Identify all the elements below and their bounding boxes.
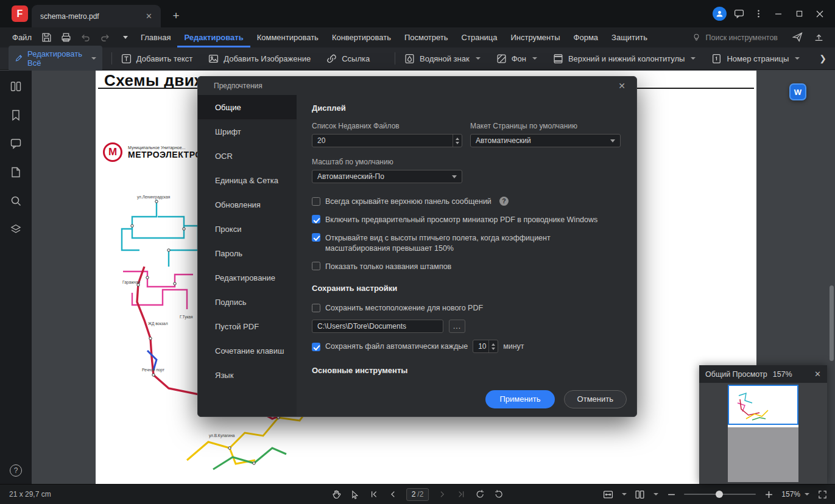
nav-language[interactable]: Язык <box>198 363 297 387</box>
user-icon <box>713 7 727 21</box>
attachments-panel-icon[interactable] <box>10 166 22 178</box>
menu-edit[interactable]: Редактировать <box>177 27 250 47</box>
cancel-button[interactable]: Отменить <box>564 390 627 408</box>
tool-search[interactable]: Поиск инструментов <box>692 27 792 47</box>
bookmarks-panel-icon[interactable] <box>10 109 22 121</box>
undo-icon[interactable] <box>80 32 91 43</box>
menu-page[interactable]: Страница <box>455 27 504 47</box>
menu-protect[interactable]: Защитить <box>605 27 654 47</box>
print-icon[interactable] <box>61 32 72 43</box>
svg-text:ул.В.Кулагина: ул.В.Кулагина <box>209 433 235 438</box>
feedback-icon[interactable] <box>729 0 749 27</box>
hand-tool-icon[interactable] <box>331 489 342 500</box>
help-icon[interactable]: ? <box>499 197 509 206</box>
nav-shortcuts[interactable]: Сочетание клавиш <box>198 338 297 363</box>
spinner-control[interactable] <box>453 135 462 147</box>
search-panel-icon[interactable] <box>10 195 22 207</box>
redo-icon[interactable] <box>100 32 111 43</box>
menu-home[interactable]: Главная <box>134 27 177 47</box>
select-tool-icon[interactable] <box>350 489 361 500</box>
chevron-down-icon[interactable] <box>654 493 658 495</box>
maximize-button[interactable] <box>789 0 809 27</box>
rotate-right-icon[interactable] <box>493 489 504 500</box>
zoom-percentage[interactable]: 157% <box>781 490 809 499</box>
menu-convert[interactable]: Конвертировать <box>325 27 398 47</box>
menu-form[interactable]: Форма <box>567 27 605 47</box>
page-number-box[interactable]: 2 /2 <box>406 488 429 501</box>
zoom-slider-thumb[interactable] <box>716 491 723 498</box>
page-layout-select[interactable]: Автоматический <box>470 134 621 147</box>
hide-message-bar-checkbox[interactable] <box>312 197 320 206</box>
last-page-icon[interactable] <box>456 489 467 500</box>
page-thumbnail[interactable] <box>728 385 798 482</box>
minimize-button[interactable] <box>768 0 789 27</box>
new-tab-button[interactable]: + <box>168 8 184 24</box>
upload-cloud-icon[interactable] <box>814 32 824 44</box>
nav-font[interactable]: Шрифт <box>198 119 297 144</box>
save-path-input[interactable] <box>312 320 443 333</box>
tab-title: schema-metro.pdf <box>40 12 143 21</box>
titlebar: F schema-metro.pdf ✕ + <box>0 0 835 27</box>
dialog-close-icon[interactable]: ✕ <box>616 80 628 92</box>
add-image-button[interactable]: Добавить Изображение <box>208 54 311 64</box>
chevron-down-icon[interactable] <box>622 493 627 495</box>
viewport-indicator[interactable] <box>728 385 798 425</box>
next-page-icon[interactable] <box>437 489 448 500</box>
comments-panel-icon[interactable] <box>10 138 22 150</box>
rotate-left-icon[interactable] <box>474 489 485 500</box>
previous-page-icon[interactable] <box>387 489 398 500</box>
nav-signature[interactable]: Подпись <box>198 290 297 314</box>
edit-all-button[interactable]: Редактировать Всё <box>9 46 102 71</box>
nav-ocr[interactable]: OCR <box>198 144 297 168</box>
fullscreen-icon[interactable] <box>817 489 828 500</box>
thumbnail-preview-checkbox[interactable] <box>312 215 320 223</box>
header-footer-button[interactable]: Верхний и нижний колонтитулы <box>553 54 696 64</box>
spinner-control[interactable] <box>488 340 498 352</box>
default-zoom-select[interactable]: Автоматический-По <box>312 170 462 183</box>
nav-general[interactable]: Общие <box>198 95 297 119</box>
tab-close-icon[interactable]: ✕ <box>143 10 155 22</box>
stamp-names-checkbox[interactable] <box>312 262 320 270</box>
overview-close-icon[interactable]: ✕ <box>814 369 821 379</box>
recent-files-input[interactable] <box>312 134 462 147</box>
zoom-slider[interactable] <box>684 489 756 499</box>
save-icon[interactable] <box>41 32 52 43</box>
autosave-checkbox[interactable] <box>312 343 320 351</box>
page-number-button[interactable]: Номер страницы <box>711 54 800 64</box>
more-menu-icon[interactable] <box>749 0 768 27</box>
save-location-checkbox[interactable] <box>312 304 320 312</box>
vertical-scrollbar-thumb[interactable] <box>830 285 834 361</box>
menu-comment[interactable]: Комментировать <box>250 27 325 47</box>
convert-to-word-badge[interactable]: W <box>789 83 806 100</box>
nav-password[interactable]: Пароль <box>198 241 297 265</box>
first-page-icon[interactable] <box>368 489 379 500</box>
help-icon[interactable]: ? <box>10 464 22 477</box>
share-icon[interactable] <box>792 32 803 44</box>
menu-tools[interactable]: Инструменты <box>504 27 567 47</box>
nav-editing[interactable]: Редактирование <box>198 265 297 290</box>
fit-width-icon[interactable] <box>602 489 613 500</box>
close-button[interactable] <box>809 0 830 27</box>
nav-proxy[interactable]: Прокси <box>198 217 297 241</box>
nav-updates[interactable]: Обновления <box>198 192 297 217</box>
quick-access-caret-icon[interactable] <box>123 36 128 39</box>
zoom-in-icon[interactable] <box>763 489 774 500</box>
watermark-button[interactable]: Водяной знак <box>404 54 481 64</box>
document-tab[interactable]: schema-metro.pdf ✕ <box>32 5 161 27</box>
menu-view[interactable]: Посмотреть <box>398 27 455 47</box>
browse-button[interactable]: ... <box>449 320 465 333</box>
account-avatar[interactable] <box>710 0 729 27</box>
background-button[interactable]: Фон <box>496 54 537 64</box>
zoom-out-icon[interactable] <box>666 489 677 500</box>
nav-units-grid[interactable]: Единица & Сетка <box>198 168 297 192</box>
page-view-mode-icon[interactable] <box>634 489 645 500</box>
layers-panel-icon[interactable] <box>10 223 22 236</box>
thumbnails-panel-icon[interactable] <box>10 80 22 93</box>
apply-button[interactable]: Применить <box>485 390 554 408</box>
birds-eye-checkbox[interactable] <box>312 233 320 242</box>
menu-file[interactable]: Файл <box>0 27 41 47</box>
link-button[interactable]: Ссылка <box>326 54 370 64</box>
add-text-button[interactable]: Добавить текст <box>121 54 192 64</box>
nav-blank-pdf[interactable]: Пустой PDF <box>198 314 297 338</box>
toolbar-overflow-button[interactable]: ❯ <box>816 51 830 66</box>
